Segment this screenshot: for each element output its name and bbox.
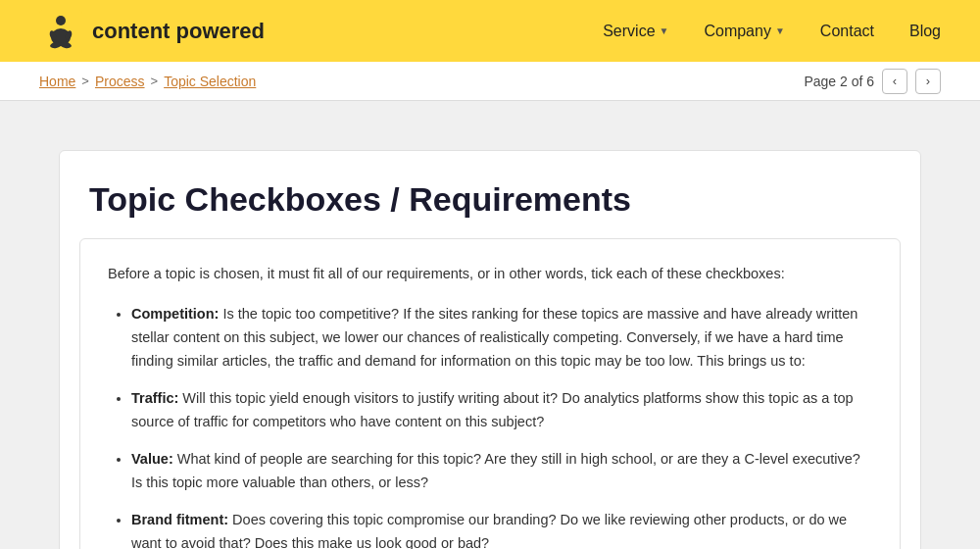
page-title: Topic Checkboxes / Requirements xyxy=(60,151,920,219)
checklist-item: Traffic: Will this topic yield enough vi… xyxy=(131,387,872,434)
page-indicator: Page 2 of 6 xyxy=(804,74,874,89)
prev-page-button[interactable]: ‹ xyxy=(882,69,907,94)
breadcrumb-sep-1: > xyxy=(81,74,89,88)
pagination: Page 2 of 6 ‹ › xyxy=(804,69,941,94)
checklist: Competition: Is the topic too competitiv… xyxy=(108,303,872,549)
header: content powered Service ▼ Company ▼ Cont… xyxy=(0,0,980,62)
svg-point-1 xyxy=(56,16,66,25)
nav-blog[interactable]: Blog xyxy=(909,23,941,40)
service-dropdown-icon: ▼ xyxy=(660,25,669,36)
breadcrumb: Home > Process > Topic Selection xyxy=(39,74,256,89)
checklist-item: Brand fitment: Does covering this topic … xyxy=(131,509,872,549)
nav-service[interactable]: Service ▼ xyxy=(603,23,668,40)
checklist-item: Value: What kind of people are searching… xyxy=(131,448,872,495)
logo-icon xyxy=(39,10,82,53)
nav-company[interactable]: Company ▼ xyxy=(704,23,784,40)
company-dropdown-icon: ▼ xyxy=(775,25,785,36)
content-card: Topic Checkboxes / Requirements Before a… xyxy=(59,150,921,549)
checklist-item-bold: Value: xyxy=(131,451,173,467)
next-page-button[interactable]: › xyxy=(915,69,941,94)
breadcrumb-bar: Home > Process > Topic Selection Page 2 … xyxy=(0,62,980,101)
checklist-item: Competition: Is the topic too competitiv… xyxy=(131,303,872,374)
breadcrumb-home[interactable]: Home xyxy=(39,74,75,89)
breadcrumb-topic-selection[interactable]: Topic Selection xyxy=(164,74,256,89)
main-content: Topic Checkboxes / Requirements Before a… xyxy=(39,101,941,549)
checklist-item-bold: Competition: xyxy=(131,306,219,322)
inner-card: Before a topic is chosen, it must fit al… xyxy=(79,238,901,549)
logo-area[interactable]: content powered xyxy=(39,10,265,53)
breadcrumb-process[interactable]: Process xyxy=(95,74,145,89)
checklist-item-bold: Brand fitment: xyxy=(131,512,228,527)
main-nav: Service ▼ Company ▼ Contact Blog xyxy=(603,23,941,40)
checklist-item-bold: Traffic: xyxy=(131,390,178,406)
nav-contact[interactable]: Contact xyxy=(820,23,874,40)
breadcrumb-sep-2: > xyxy=(151,74,159,88)
logo-text: content powered xyxy=(92,19,265,44)
intro-text: Before a topic is chosen, it must fit al… xyxy=(108,263,872,285)
